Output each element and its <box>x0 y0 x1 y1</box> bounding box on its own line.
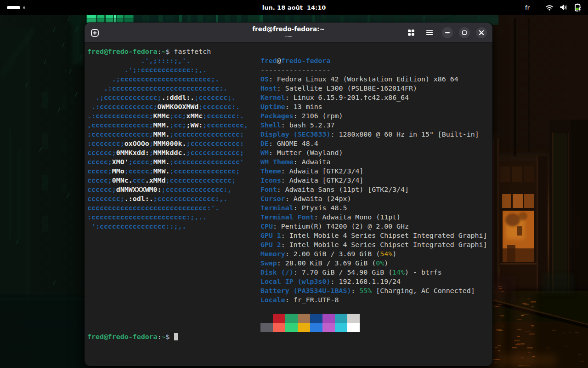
terminal-text-segment: XMO' <box>112 158 129 166</box>
terminal-text-segment: ~ <box>162 47 166 56</box>
keyboard-layout-indicator[interactable]: fr <box>525 4 530 11</box>
headerbar-right-controls <box>403 23 487 43</box>
terminal-text-segment: : Intel Mobile 4 Series Chipset Integrat… <box>281 231 487 240</box>
terminal-text-segment <box>87 241 260 249</box>
terminal-text-segment: ;WW: <box>186 121 203 129</box>
ansi-palette-swatch <box>285 323 298 332</box>
terminal-text-segment: ----------------- <box>207 66 330 74</box>
terminal-text-segment <box>87 277 260 286</box>
terminal-row: ':cccccccccccccccc::;,. CPU: Pentium(R) … <box>87 222 409 231</box>
terminal-text-segment <box>240 103 260 111</box>
ansi-palette-swatch <box>285 314 298 323</box>
terminal-text-segment: Shell <box>260 121 281 129</box>
terminal-text-segment: .:cccccccccccccccccccccccccc:. <box>87 84 227 92</box>
terminal-text-segment: : 2.00 GiB / 3.69 GiB ( <box>285 250 380 258</box>
terminal-row: Locale: fr_FR.UTF-8 <box>87 295 339 305</box>
close-icon <box>476 27 487 38</box>
ansi-palette-swatch <box>260 323 273 332</box>
main-menu-button[interactable] <box>422 25 437 40</box>
terminal-text-segment <box>87 296 260 304</box>
terminal-text-segment <box>190 57 260 65</box>
terminal-row: .',;::::;,'. fred@fredo-fedora <box>87 56 331 65</box>
terminal-text-segment <box>240 167 260 175</box>
terminal-text-segment <box>244 139 260 148</box>
terminal-row: Swap: 28.00 KiB / 3.69 GiB (0%) <box>87 259 388 268</box>
terminal-text-segment: ;ccccccc:. <box>198 103 240 111</box>
terminal-text-segment: xMMc <box>186 112 203 120</box>
terminal-text-segment: ;cc; <box>170 112 187 120</box>
terminal-text-segment: :ccccccc; <box>87 139 124 148</box>
terminal-text-segment <box>87 259 260 267</box>
terminal-row: ccccc;0MNc.ccc.xMMd;ccccccccccccccc; Ico… <box>87 176 363 185</box>
ansi-palette-swatch <box>298 323 310 332</box>
tab-overview-button[interactable] <box>403 25 419 40</box>
terminal-text-segment <box>87 287 260 295</box>
ansi-palette-swatch <box>260 314 273 323</box>
terminal-row: GPU 2: Intel Mobile 4 Series Chipset Int… <box>87 240 487 249</box>
new-tab-icon <box>91 29 99 37</box>
terminal-text-segment <box>219 75 260 83</box>
terminal-text-segment: :cccccccccccccc; <box>87 130 153 138</box>
terminal-text-segment: : 7.70 GiB / 54.90 GiB ( <box>294 268 392 276</box>
close-button[interactable] <box>476 27 487 38</box>
terminal-row: .';:cccccccccccc:;,. ----------------- <box>87 65 331 75</box>
terminal-row: .:ccccccccccccc;KMMc;cc;xMMc;ccccccc:. P… <box>87 111 343 121</box>
terminal-text-segment: Terminal Font <box>260 213 314 221</box>
terminal-text-segment: Theme <box>260 167 281 175</box>
terminal-text-segment: ;ccccccccccccccc; <box>166 176 236 184</box>
terminal-text-segment: WM Theme <box>260 158 294 166</box>
terminal-text-segment: MMW. <box>153 167 170 175</box>
terminal-cursor <box>174 333 178 340</box>
terminal-text-segment: ;cccc; <box>129 158 153 166</box>
terminal-text-segment: : GNOME 48.4 <box>269 139 318 148</box>
terminal-text-segment: ;cccccccccccc: <box>186 139 244 148</box>
terminal-text-segment <box>227 195 260 203</box>
terminal-content[interactable]: fred@fredo-fedora:~$ fastfetch .',;::::;… <box>85 43 492 366</box>
terminal-row: .:ccccccccccccc;OWMKOOXMWd;ccccccc:. Upt… <box>87 102 322 111</box>
terminal-text-segment: ; <box>149 139 153 148</box>
ansi-palette-swatch <box>322 314 335 323</box>
new-tab-button[interactable] <box>87 25 102 40</box>
terminal-text-segment: fred <box>260 57 277 65</box>
terminal-text-segment: ccccccccccccccccccccccccccccc:'. <box>87 204 219 212</box>
terminal-row: :ccccccc;oxOOOo;MMM000k.;cccccccccccc: D… <box>87 139 318 148</box>
terminal-text-segment: OWMKOOXMWd <box>158 103 199 111</box>
terminal-text-segment: : Adwaita [GTK2/3/4] <box>281 176 364 184</box>
terminal-text-segment: 0% <box>376 259 384 267</box>
terminal-text-segment: Font <box>260 185 277 194</box>
terminal-text-segment: ;cccccccccccccccc' <box>170 158 244 166</box>
terminal-text-segment: : 28.00 KiB / 3.69 GiB ( <box>277 259 376 267</box>
terminal-text-segment: Display (SEC3633) <box>260 130 331 138</box>
terminal-text-segment <box>207 213 260 221</box>
volume-icon <box>560 4 568 11</box>
terminal-text-segment: ;cccccccccccccc:, <box>162 185 232 194</box>
maximize-button[interactable] <box>459 27 470 38</box>
terminal-text-segment <box>244 130 260 138</box>
terminal-text-segment: 0MNc. <box>112 176 133 184</box>
terminal-text-segment: $ fastfetch <box>166 47 211 56</box>
terminal-text-segment: Packages <box>260 112 294 120</box>
terminal-row: fred@fredo-fedora:~$ <box>87 332 174 341</box>
minimize-button[interactable] <box>442 27 453 38</box>
terminal-text-segment: ;ccccc; <box>124 167 153 175</box>
terminal-text-segment <box>244 158 260 166</box>
terminal-text-segment <box>244 149 260 157</box>
terminal-text-segment: fred@fredo-fedora <box>87 333 158 341</box>
terminal-text-segment: .',;::::;,'. <box>87 57 190 65</box>
terminal-text-segment: 55% <box>359 287 372 295</box>
ansi-palette-swatch <box>347 314 360 323</box>
terminal-text-segment: MMM000k. <box>153 139 187 148</box>
terminal-text-segment: : Adwaita Sans (11pt) [GTK2/3/4] <box>277 185 409 194</box>
clock-button[interactable]: lun. 18 août 14:10 <box>0 0 588 15</box>
terminal-text-segment: cccccc; <box>87 149 116 157</box>
terminal-text-segment: :ccccccccccccccccccccccc:;,.. <box>87 213 207 221</box>
terminal-text-segment: Cursor <box>260 195 285 203</box>
terminal-text-segment: ,cccccccccccccc; <box>87 121 153 129</box>
terminal-text-segment: .;cccccccccccccccccccccc;. <box>87 75 219 83</box>
terminal-text-segment: cccccc; <box>87 185 116 194</box>
terminal-text-segment: : 192.168.1.19/24 <box>331 277 401 286</box>
ansi-palette-swatch <box>335 314 347 323</box>
terminal-row: cccccc;dNMWXXXWM0:;cccccccccccccc:, Font… <box>87 185 409 194</box>
system-status-area[interactable]: fr <box>525 0 588 15</box>
terminal-text-segment: ;cccccccccccccccc: <box>170 130 244 138</box>
